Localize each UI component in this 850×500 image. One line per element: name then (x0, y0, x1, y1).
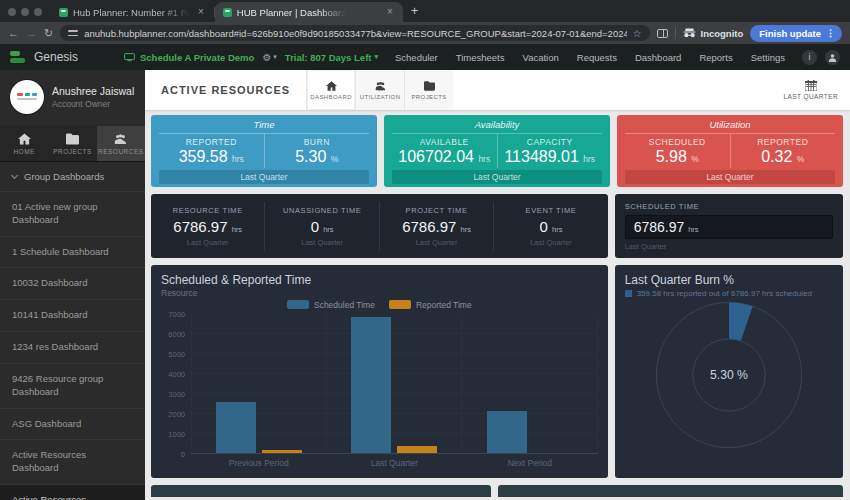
new-tab-button[interactable]: + (403, 3, 427, 22)
bar-scheduled-time[interactable] (487, 411, 527, 453)
dashboard-list-item[interactable]: Active Resources Dashboard (0, 439, 145, 484)
period-selector[interactable]: LAST QUARTER (772, 70, 850, 110)
card-metric: BURN 5.30 % (265, 134, 370, 168)
top-nav-link[interactable]: Scheduler (386, 52, 447, 63)
legend-item[interactable]: Scheduled Time (287, 300, 375, 310)
bookmark-star-icon[interactable]: ☆ (633, 28, 642, 39)
user-profile[interactable]: Anushree Jaiswal Account Owner (0, 70, 145, 126)
hubplanner-favicon (59, 8, 68, 17)
burn-donut-card: Last Quarter Burn % 359.58 hrs reported … (615, 265, 843, 478)
incognito-label: Incognito (701, 28, 744, 39)
legend-item[interactable]: Reported Time (389, 300, 472, 310)
utilization-summary-card: Utilization SCHEDULED 5.98 % REPORTED 0.… (617, 115, 843, 187)
availability-summary-card: Availability AVAILABLE 106702.04 hrs CAP… (384, 115, 610, 187)
card-period-footer: Last Quarter (392, 170, 602, 184)
stat-label: EVENT TIME (494, 206, 607, 215)
url-text[interactable]: anuhub.hubplanner.com/dashboard#id=626b9… (84, 28, 626, 39)
side-panel-icon[interactable] (657, 29, 668, 38)
tab-projects[interactable]: PROJECTS (404, 70, 453, 110)
bar-reported-time[interactable] (397, 446, 437, 453)
folder-icon (424, 81, 435, 91)
dashboard-list-item[interactable]: ASG Dashboard (0, 408, 145, 440)
sidebar-tab-resources[interactable]: RESOURCES (97, 126, 145, 161)
finish-update-button[interactable]: Finish update ⋮ (750, 25, 842, 42)
bar-category-group (326, 314, 461, 453)
dashboard-item-label: 9426 Resource group Dashboard (12, 373, 103, 397)
schedule-demo-link[interactable]: Schedule A Private Demo (124, 52, 254, 63)
time-totals-card: RESOURCE TIME 6786.97 hrs Last Quarter U… (151, 194, 608, 258)
bar-reported-time[interactable] (262, 450, 302, 453)
sidebar-tab-projects[interactable]: PROJECTS (48, 126, 96, 161)
chart-title: Last Quarter Burn % (625, 273, 833, 287)
close-window-button[interactable] (8, 8, 16, 16)
trial-label: Trial: 807 Days Left (285, 52, 372, 63)
brand-name[interactable]: Genesis (34, 50, 78, 64)
top-nav-link[interactable]: Timesheets (447, 52, 514, 63)
scheduled-time-card: SCHEDULED TIME 6786.97 hrs Last Quarter (615, 194, 843, 258)
metric-unit: % (691, 154, 699, 164)
minimize-window-button[interactable] (21, 8, 29, 16)
maximize-window-button[interactable] (34, 8, 42, 16)
card-metric: REPORTED 359.58 hrs (159, 134, 265, 168)
close-tab-icon[interactable]: × (385, 6, 395, 18)
user-account-icon[interactable] (825, 50, 840, 65)
dashboard-list-item[interactable]: 1 Schedule Dashboard (0, 236, 145, 268)
stat-period: Last Quarter (494, 238, 607, 247)
browser-tab-active[interactable]: HUB Planner | Dashboard × (215, 2, 403, 22)
toolbar-divider (675, 27, 676, 39)
metric-value: 5.30 (295, 148, 326, 165)
tab-dashboard[interactable]: DASHBOARD (306, 70, 355, 110)
folder-icon (66, 133, 79, 145)
browser-menu-icon[interactable]: ⋮ (826, 28, 835, 38)
site-settings-icon[interactable] (68, 29, 78, 37)
stat-value: 6786.97 (634, 219, 685, 235)
home-icon (326, 81, 337, 91)
bottom-cards-row (151, 485, 843, 497)
help-info-icon[interactable]: i (802, 50, 817, 65)
back-icon[interactable]: ← (8, 28, 19, 39)
top-nav-link[interactable]: Settings (742, 52, 794, 63)
bar-scheduled-time[interactable] (216, 402, 256, 453)
reload-icon[interactable]: ↻ (44, 28, 53, 39)
donut-legend: 359.58 hrs reported out of 6786.97 hrs s… (625, 289, 833, 298)
dashboard-list-item[interactable]: 1234 res Dashboard (0, 331, 145, 363)
dashboard-list-item[interactable]: 01 Active new group Dashboard (0, 191, 145, 236)
close-tab-icon[interactable]: × (196, 6, 206, 18)
dashboard-list-item[interactable]: 10141 Dashboard (0, 299, 145, 331)
sidebar: Anushree Jaiswal Account Owner HOME PROJ… (0, 70, 145, 500)
tab-label: DASHBOARD (310, 94, 352, 100)
forward-icon[interactable]: → (26, 28, 37, 39)
address-bar[interactable]: anuhub.hubplanner.com/dashboard#id=626b9… (60, 25, 649, 41)
browser-tab-inactive[interactable]: Hub Planner: Number #1 Res × (51, 2, 214, 22)
bottom-card-stub (151, 485, 491, 497)
time-stat: EVENT TIME 0 hrs Last Quarter (493, 202, 607, 251)
dashboard-list-item[interactable]: 9426 Resource group Dashboard (0, 363, 145, 408)
avatar (10, 80, 44, 114)
sidebar-tab-home[interactable]: HOME (0, 126, 48, 161)
metric-unit: hrs (583, 154, 595, 164)
metric-label: REPORTED (159, 137, 264, 147)
trial-dropdown[interactable]: Trial: 807 Days Left ▾ (285, 52, 378, 63)
dashboard-list-item[interactable]: Active Resources Dashboard (0, 484, 145, 500)
dashboard-item-label: Active Resources Dashboard (12, 494, 86, 500)
metric-value: 5.98 (656, 148, 687, 165)
bar-scheduled-time[interactable] (351, 317, 391, 453)
top-nav-link[interactable]: Dashboard (626, 52, 690, 63)
dashboard-list-item[interactable]: 10032 Dashboard (0, 267, 145, 299)
tab-label: UTILIZATION (360, 94, 401, 100)
home-icon (18, 133, 31, 145)
top-nav-link[interactable]: Vacation (514, 52, 568, 63)
quick-settings-dropdown[interactable]: ⚙▾ (262, 52, 276, 63)
top-nav-links: SchedulerTimesheetsVacationRequestsDashb… (386, 52, 794, 63)
top-nav-link[interactable]: Reports (690, 52, 741, 63)
sidebar-tab-label: RESOURCES (97, 148, 145, 155)
metric-value: 359.58 (179, 148, 228, 165)
dashboard-item-label: 01 Active new group Dashboard (12, 201, 98, 225)
stat-label: RESOURCE TIME (151, 206, 264, 215)
tab-utilization[interactable]: UTILIZATION (355, 70, 404, 110)
stat-label: UNASSIGNED TIME (265, 206, 378, 215)
stat-value: 6786.97 (402, 218, 456, 235)
top-nav-link[interactable]: Requests (568, 52, 626, 63)
metric-label: SCHEDULED (625, 137, 730, 147)
group-dashboards-header[interactable]: Group Dashboards (0, 162, 145, 191)
